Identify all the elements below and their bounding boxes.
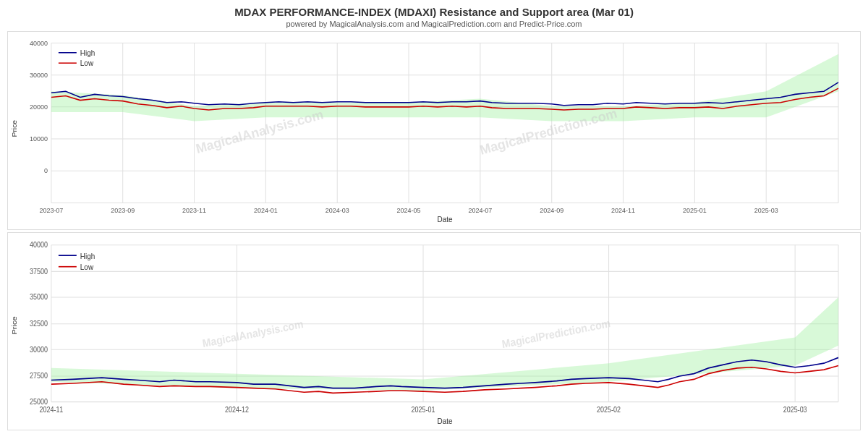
svg-text:40000: 40000 <box>30 39 48 46</box>
svg-text:2024-03: 2024-03 <box>326 207 349 214</box>
svg-text:2023-11: 2023-11 <box>182 207 206 214</box>
svg-text:2025-01: 2025-01 <box>683 207 707 214</box>
svg-text:35000: 35000 <box>30 292 48 301</box>
svg-text:2023-09: 2023-09 <box>111 207 135 214</box>
svg-rect-0 <box>8 32 860 229</box>
charts-wrapper: 40000 30000 20000 10000 0 2023-07 2023-0… <box>7 31 861 430</box>
svg-text:27500: 27500 <box>30 371 48 380</box>
svg-text:40000: 40000 <box>30 240 48 249</box>
svg-rect-42 <box>8 233 860 430</box>
svg-text:2024-11: 2024-11 <box>611 207 635 214</box>
svg-text:2024-11: 2024-11 <box>39 405 63 414</box>
chart2-svg: 40000 37500 35000 32500 30000 27500 2500… <box>8 233 860 430</box>
svg-text:2025-01: 2025-01 <box>412 405 435 414</box>
page-container: MDAX PERFORMANCE-INDEX (MDAXI) Resistanc… <box>0 0 868 434</box>
chart1-container: 40000 30000 20000 10000 0 2023-07 2023-0… <box>7 31 861 230</box>
page-subtitle: powered by MagicalAnalysis.com and Magic… <box>286 20 582 28</box>
chart2-high-legend: High <box>80 251 95 260</box>
page-title: MDAX PERFORMANCE-INDEX (MDAXI) Resistanc… <box>234 6 634 18</box>
svg-text:20000: 20000 <box>30 103 48 111</box>
svg-text:2024-09: 2024-09 <box>540 207 563 214</box>
svg-text:Price: Price <box>10 120 18 137</box>
svg-text:30000: 30000 <box>30 72 48 79</box>
chart1-low-legend: Low <box>80 59 94 67</box>
svg-text:Date: Date <box>437 416 452 425</box>
chart1-svg: 40000 30000 20000 10000 0 2023-07 2023-0… <box>8 32 860 229</box>
chart2-low-legend: Low <box>80 262 94 271</box>
svg-text:2023-07: 2023-07 <box>39 207 63 214</box>
svg-text:37500: 37500 <box>30 267 48 276</box>
svg-text:10000: 10000 <box>30 135 48 142</box>
svg-text:2025-03: 2025-03 <box>754 207 778 214</box>
svg-text:25000: 25000 <box>30 397 48 406</box>
svg-text:Date: Date <box>437 216 452 224</box>
chart1-high-legend: High <box>80 49 95 57</box>
svg-text:2024-05: 2024-05 <box>397 207 421 214</box>
svg-text:2024-12: 2024-12 <box>225 405 249 414</box>
svg-text:2024-07: 2024-07 <box>468 207 492 214</box>
svg-text:2024-01: 2024-01 <box>254 207 278 214</box>
svg-text:2025-03: 2025-03 <box>783 405 807 414</box>
chart2-container: 40000 37500 35000 32500 30000 27500 2500… <box>7 232 861 431</box>
svg-text:0: 0 <box>44 167 48 174</box>
svg-text:2025-02: 2025-02 <box>597 405 621 414</box>
svg-text:30000: 30000 <box>30 345 48 354</box>
svg-text:Price: Price <box>10 316 18 334</box>
svg-text:32500: 32500 <box>30 319 48 328</box>
